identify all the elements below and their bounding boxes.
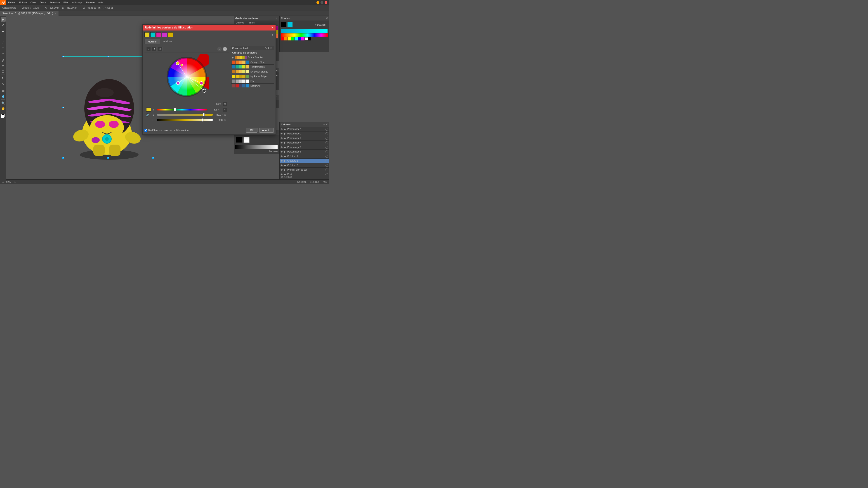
calque-row-4[interactable]: 👁 ▶ Personnage 5	[280, 145, 329, 150]
calque-row-6[interactable]: 👁 ▶ Créature 1	[280, 154, 329, 159]
tab-teintes[interactable]: Teintes	[246, 21, 256, 25]
calque-circle-4[interactable]	[326, 146, 328, 149]
calque-arrow-0[interactable]: ▶	[284, 128, 287, 130]
document-close-btn[interactable]: ✕	[55, 12, 56, 14]
tool-pencil[interactable]: ✏	[1, 63, 6, 68]
dialog-close-icon[interactable]: ✕	[271, 26, 273, 29]
window-maximize-btn[interactable]	[320, 1, 323, 4]
tool-hand[interactable]: ✋	[1, 106, 6, 111]
tab-modifier[interactable]: Modifier	[145, 39, 160, 44]
calque-eye-5[interactable]: 👁	[281, 151, 284, 153]
grid-view-btn[interactable]: ⊞	[158, 47, 162, 51]
slider-t-track[interactable]	[157, 109, 207, 110]
calque-row-3[interactable]: 👁 ▶ Personnage 4	[280, 140, 329, 145]
calque-arrow-6[interactable]: ▶	[284, 155, 287, 158]
calque-circle-1[interactable]	[326, 132, 328, 135]
guide-minimize-icon[interactable]: −	[273, 17, 275, 20]
nuancier-swatch-white[interactable]	[243, 137, 250, 143]
couleur-minimize-icon[interactable]: −	[323, 17, 325, 20]
document-tab[interactable]: Sans titre - 3* @ 597,92% (RVB/Aperçu GP…	[0, 11, 59, 16]
nuancier-swatch-black[interactable]	[236, 137, 242, 143]
calque-row-8[interactable]: 👁 ▶ Créature 3	[280, 163, 329, 168]
tool-gradient[interactable]: ▦	[1, 88, 6, 93]
handle-tl[interactable]	[62, 56, 64, 57]
calque-circle-0[interactable]	[326, 128, 328, 131]
tool-line[interactable]: /	[1, 40, 6, 45]
calque-arrow-8[interactable]: ▶	[284, 164, 287, 166]
menu-effet[interactable]: Effet	[62, 0, 70, 5]
wheel-handle-dark[interactable]	[203, 89, 206, 92]
tool-rotate[interactable]: ↻	[1, 76, 6, 80]
calque-row-9[interactable]: 👁 ▶ Premier plan de sol	[280, 168, 329, 172]
calque-eye-3[interactable]: 👁	[281, 141, 284, 144]
tool-ellipse[interactable]: ○	[1, 51, 6, 56]
w-value[interactable]: 86,86 pt	[87, 6, 96, 9]
calque-circle-8[interactable]	[326, 164, 328, 167]
calque-arrow-9[interactable]: ▶	[284, 169, 287, 171]
radio-unlinked[interactable]: ○	[217, 47, 222, 51]
link-icon[interactable]: 🔗	[146, 113, 148, 117]
tool-brush[interactable]: 🖌	[1, 58, 6, 63]
color-group-row-4[interactable]: FIN	[231, 79, 274, 84]
expand-icon-t[interactable]: ▶	[276, 74, 278, 76]
menu-fenetre[interactable]: Fenêtre	[84, 0, 96, 5]
grid-icon[interactable]: ⊞	[223, 102, 227, 106]
wheel-handle-purple[interactable]	[177, 82, 180, 85]
transparence-expand-icon[interactable]: ▶	[276, 69, 278, 71]
calque-eye-6[interactable]: 👁	[281, 155, 284, 158]
aspect-icon-2[interactable]: fx	[276, 96, 278, 98]
calque-arrow-3[interactable]: ▶	[284, 142, 287, 144]
cancel-button[interactable]: Annuler	[259, 128, 274, 133]
menu-selection[interactable]: Sélection	[48, 0, 61, 5]
swatch-magenta[interactable]	[156, 32, 161, 37]
calque-circle-2[interactable]	[326, 137, 328, 140]
swatch-purple[interactable]	[162, 32, 167, 37]
calques-minimize-icon[interactable]: −	[323, 123, 325, 126]
calque-row-10[interactable]: 👁 ▶ Pont	[280, 172, 329, 175]
swatch-red[interactable]	[281, 37, 284, 40]
swatch-blue[interactable]	[298, 37, 301, 40]
tool-direct-select[interactable]: ↗	[1, 22, 6, 27]
swatch-magenta-sm[interactable]	[301, 37, 305, 40]
swatch-yellow-sm[interactable]	[288, 37, 291, 40]
calque-eye-7[interactable]: 👁	[281, 160, 284, 162]
calque-arrow-10[interactable]: ▶	[284, 173, 287, 175]
tool-pen[interactable]: ✒	[1, 29, 6, 34]
calque-circle-10[interactable]	[326, 173, 328, 175]
scene-row[interactable]: ▶ Scène Ananké	[231, 55, 274, 60]
import-icon[interactable]: ⬇	[268, 46, 270, 50]
calque-circle-9[interactable]	[326, 168, 328, 171]
calque-arrow-4[interactable]: ▶	[284, 146, 287, 149]
swatch-cyan[interactable]	[150, 32, 155, 37]
color-group-row-5[interactable]: Daft Punk	[231, 84, 274, 88]
calque-row-1[interactable]: 👁 ▶ Personnage 2	[280, 131, 329, 136]
calque-arrow-5[interactable]: ▶	[284, 151, 287, 153]
swatch-white[interactable]	[305, 37, 308, 40]
tool-scale[interactable]: ⤡	[1, 81, 6, 86]
slider-l-track[interactable]	[157, 119, 213, 121]
menu-affichage[interactable]: Affichage	[70, 0, 84, 5]
tab-attribuer[interactable]: Attribuer	[160, 39, 176, 44]
slider-l-thumb[interactable]	[202, 119, 204, 122]
menu-aide[interactable]: Aide	[96, 0, 105, 5]
y-value[interactable]: 339,906 pt	[66, 6, 78, 9]
calque-eye-9[interactable]: 👁	[281, 168, 284, 171]
calque-eye-0[interactable]: 👁	[281, 128, 284, 131]
color-group-row-1[interactable]: Test formation	[231, 65, 274, 69]
calque-row-2[interactable]: 👁 ▶ Personnage 3	[280, 136, 329, 140]
tool-zoom[interactable]: 🔍	[1, 101, 6, 105]
x-value[interactable]: 528,09 pt	[49, 6, 60, 9]
tab-ombres[interactable]: Ombres	[234, 21, 246, 25]
h-value[interactable]: 77,803 pt	[102, 6, 114, 9]
calque-eye-1[interactable]: 👁	[281, 132, 284, 135]
slider-t-menu[interactable]: ≡	[223, 107, 227, 112]
calque-eye-8[interactable]: 👁	[281, 164, 284, 167]
swatch-orange[interactable]	[284, 37, 287, 40]
swatch-cyan-sm[interactable]	[294, 37, 298, 40]
window-close-btn[interactable]	[324, 1, 327, 4]
calque-arrow-2[interactable]: ▶	[284, 137, 287, 139]
slider-s-track[interactable]	[157, 114, 213, 116]
more-icon[interactable]: ⊟	[270, 46, 272, 50]
redefinir-check-input[interactable]	[145, 129, 147, 132]
color-wheel-svg[interactable]	[164, 54, 209, 99]
